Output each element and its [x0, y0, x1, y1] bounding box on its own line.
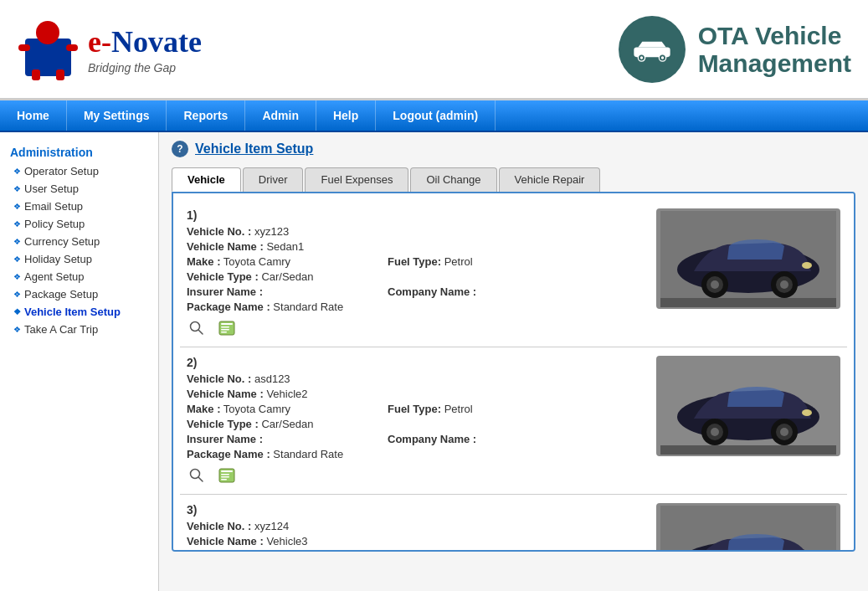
sidebar-title: Administration [0, 141, 158, 162]
ota-title: OTA Vehicle Management [698, 22, 851, 77]
bullet-icon: ❖ [13, 167, 21, 176]
vehicle-info-1: 1) Vehicle No. : xyz123 Vehicle Name : S… [187, 208, 644, 338]
vehicle-info-3: 3) Vehicle No. : xyz124 Vehicle Name : V… [187, 503, 644, 552]
table-row: 1) Vehicle No. : xyz123 Vehicle Name : S… [180, 200, 847, 347]
sidebar-item-label: Take A Car Trip [24, 323, 98, 336]
tab-vehicle[interactable]: Vehicle [172, 167, 241, 192]
sidebar-item-label: Policy Setup [24, 218, 85, 230]
vehicle-image-1 [656, 208, 840, 309]
svg-rect-32 [221, 470, 233, 472]
vehicle-no-field-3: Vehicle No. : xyz124 [187, 520, 354, 532]
bullet-icon: ❖ [13, 184, 21, 193]
nav-logout[interactable]: Logout (admin) [376, 100, 496, 131]
nav-reports[interactable]: Reports [167, 100, 245, 131]
bullet-icon: ❖ [13, 272, 21, 281]
logo-icon [17, 18, 80, 80]
tab-fuel-expenses[interactable]: Fuel Expenses [305, 167, 408, 192]
bullet-icon: ❖ [13, 254, 21, 264]
nav-admin[interactable]: Admin [245, 100, 316, 131]
sidebar-item-label: Package Setup [24, 288, 98, 301]
svg-point-43 [780, 428, 788, 436]
insurer-field-1: Insurer Name : [187, 285, 354, 298]
sidebar-item-holiday-setup[interactable]: ❖ Holiday Setup [0, 250, 158, 268]
sidebar-item-operator-setup[interactable]: ❖ Operator Setup [0, 162, 158, 180]
vehicle-name-field-3: Vehicle Name : Vehicle3 [187, 535, 354, 547]
search-icon[interactable] [187, 318, 207, 338]
bullet-icon: ❖ [13, 219, 21, 229]
header: e-Novate Bridging the Gap OTA Vehicle Ma… [0, 0, 868, 100]
sidebar-item-email-setup[interactable]: ❖ Email Setup [0, 198, 158, 215]
sidebar-item-label: Agent Setup [24, 270, 85, 283]
fuel-type-field-1: Fuel Type: Petrol [388, 255, 555, 268]
svg-rect-3 [66, 44, 78, 51]
vehicle-name-field-2: Vehicle Name : Vehicle2 [187, 388, 354, 400]
sidebar-item-currency-setup[interactable]: ❖ Currency Setup [0, 233, 158, 250]
make-field-2: Make : Toyota Camry [187, 403, 354, 415]
svg-point-26 [780, 280, 788, 289]
table-row: 3) Vehicle No. : xyz124 Vehicle Name : V… [180, 495, 847, 552]
svg-rect-45 [660, 445, 836, 455]
bullet-icon: ❖ [13, 237, 21, 246]
nav-help[interactable]: Help [316, 100, 376, 131]
vehicle-type-field-2: Vehicle Type : Car/Sedan [187, 418, 354, 430]
sidebar-item-label: Email Setup [24, 200, 83, 213]
page-header: ? Vehicle Item Setup [172, 141, 855, 157]
main-content: ? Vehicle Item Setup Vehicle Driver Fuel… [159, 132, 868, 591]
svg-rect-28 [660, 298, 836, 307]
vehicle-name-field-1: Vehicle Name : Sedan1 [187, 240, 354, 253]
svg-point-1 [36, 21, 59, 44]
edit-icon[interactable] [217, 465, 237, 486]
search-icon[interactable] [187, 465, 207, 486]
svg-marker-7 [638, 41, 665, 47]
svg-point-12 [191, 322, 200, 331]
make-field-1: Make : Toyota Camry [187, 255, 354, 268]
svg-rect-17 [221, 329, 229, 331]
navbar: Home My Settings Reports Admin Help Logo… [0, 100, 868, 132]
sidebar-item-package-setup[interactable]: ❖ Package Setup [0, 285, 158, 303]
svg-point-29 [191, 470, 200, 479]
tab-oil-change[interactable]: Oil Change [410, 167, 496, 192]
logo-left: e-Novate Bridging the Gap [17, 18, 202, 80]
svg-rect-4 [32, 69, 40, 80]
tab-driver[interactable]: Driver [243, 167, 304, 192]
logo-tagline: Bridging the Gap [88, 61, 202, 75]
sidebar-item-policy-setup[interactable]: ❖ Policy Setup [0, 215, 158, 233]
vehicle-num-3: 3) [187, 503, 644, 516]
nav-my-settings[interactable]: My Settings [67, 100, 167, 131]
vehicle-no-field-1: Vehicle No. : xyz123 [187, 225, 354, 238]
company-field-1: Company Name : [388, 285, 555, 298]
vehicle-num-1: 1) [187, 208, 644, 222]
vehicle-image-2 [656, 356, 840, 456]
svg-rect-2 [18, 44, 30, 51]
vehicle-actions-2 [187, 465, 644, 486]
table-row: 2) Vehicle No. : asd123 Vehicle Name : V… [180, 347, 847, 495]
fuel-type-field-3: Fuel Type: Petrol [388, 550, 555, 552]
vehicle-info-2: 2) Vehicle No. : asd123 Vehicle Name : V… [187, 356, 644, 486]
ota-circle-icon [619, 16, 686, 83]
svg-rect-33 [221, 474, 229, 475]
sidebar-item-take-car-trip[interactable]: ❖ Take A Car Trip [0, 321, 158, 338]
vehicle-num-2: 2) [187, 356, 644, 369]
nav-home[interactable]: Home [0, 100, 67, 131]
svg-rect-35 [221, 479, 227, 481]
tab-vehicle-repair[interactable]: Vehicle Repair [499, 167, 601, 192]
sidebar-item-user-setup[interactable]: ❖ User Setup [0, 180, 158, 198]
vehicle-actions-1 [187, 318, 644, 338]
vehicle-list-container: 1) Vehicle No. : xyz123 Vehicle Name : S… [172, 192, 855, 552]
help-icon[interactable]: ? [172, 141, 188, 157]
svg-point-27 [802, 262, 812, 269]
package-field-2: Package Name : Standard Rate [187, 448, 354, 460]
content: Administration ❖ Operator Setup ❖ User S… [0, 132, 868, 591]
svg-point-23 [711, 280, 719, 289]
sidebar-item-label: Vehicle Item Setup [24, 306, 121, 318]
company-field-2: Company Name : [388, 433, 555, 445]
sidebar-item-vehicle-item-setup[interactable]: ❖ Vehicle Item Setup [0, 303, 158, 321]
sidebar-item-agent-setup[interactable]: ❖ Agent Setup [0, 268, 158, 285]
logo-right: OTA Vehicle Management [619, 16, 851, 83]
fuel-type-field-2: Fuel Type: Petrol [388, 403, 555, 415]
edit-icon[interactable] [217, 318, 237, 338]
svg-point-40 [711, 428, 719, 436]
bullet-icon: ❖ [13, 290, 21, 299]
sidebar: Administration ❖ Operator Setup ❖ User S… [0, 132, 159, 591]
svg-point-10 [639, 56, 642, 59]
